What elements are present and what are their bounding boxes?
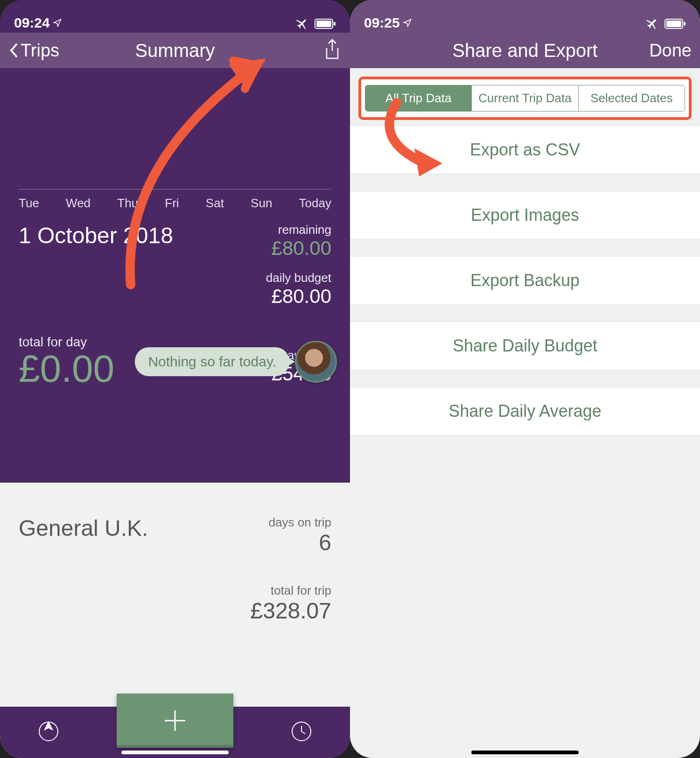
daily-budget-label: daily budget (266, 271, 331, 285)
days-on-trip-value: 6 (269, 530, 331, 555)
day-label: Wed (66, 196, 91, 211)
spending-chart[interactable] (19, 73, 331, 190)
home-indicator[interactable] (471, 751, 579, 754)
remaining-value: £80.00 (272, 237, 331, 260)
trip-name: General U.K. (19, 515, 148, 541)
assistant-tip: Nothing so far today. (0, 341, 350, 383)
share-export-screen: 09:25 Share and Export Done All Trip Dat… (350, 0, 700, 758)
airplane-icon (646, 17, 660, 31)
summary-screen: 09:24 Trips Summary Tue Wed Thu Fri (0, 0, 350, 758)
daily-budget-value: £80.00 (266, 285, 331, 308)
airplane-icon (296, 17, 310, 31)
svg-rect-8 (684, 22, 686, 26)
back-button[interactable]: Trips (8, 41, 59, 61)
right-tab-button[interactable] (273, 721, 330, 744)
share-daily-budget-button[interactable]: Share Daily Budget (350, 322, 700, 370)
current-date: 1 October 2018 (19, 223, 173, 248)
done-button[interactable]: Done (649, 41, 692, 61)
plus-icon (161, 707, 189, 735)
segment-all-trip-data[interactable]: All Trip Data (365, 85, 472, 112)
status-bar: 09:24 (0, 0, 350, 33)
export-images-button[interactable]: Export Images (350, 191, 700, 239)
chevron-left-icon (8, 42, 20, 59)
battery-icon (665, 19, 686, 29)
svg-rect-1 (316, 21, 331, 27)
battery-icon (315, 19, 336, 29)
share-daily-average-button[interactable]: Share Daily Average (350, 387, 700, 435)
left-tab-button[interactable] (20, 721, 77, 744)
day-label: Today (299, 196, 331, 211)
remaining-label: remaining (272, 223, 331, 237)
back-label: Trips (21, 41, 59, 61)
svg-rect-2 (334, 22, 336, 26)
clock-icon (291, 721, 312, 742)
compass-icon (38, 721, 59, 742)
export-list: Export as CSV Export Images Export Backu… (350, 126, 700, 435)
status-icons (296, 17, 336, 31)
speech-bubble: Nothing so far today. (135, 347, 289, 376)
nav-bar: Share and Export Done (350, 33, 700, 68)
total-trip-value: £328.07 (19, 598, 331, 624)
day-label: Sat (206, 196, 224, 211)
nav-bar: Trips Summary (0, 33, 350, 68)
day-label: Tue (19, 196, 39, 211)
share-button[interactable] (323, 39, 342, 62)
data-scope-segments: All Trip Data Current Trip Data Selected… (365, 85, 685, 112)
status-time: 09:24 (14, 15, 62, 31)
day-label: Thu (117, 196, 138, 211)
days-on-trip-label: days on trip (269, 515, 331, 530)
svg-rect-7 (666, 21, 681, 27)
day-label: Fri (165, 196, 179, 211)
segment-highlight: All Trip Data Current Trip Data Selected… (358, 77, 692, 120)
status-icons (646, 17, 686, 31)
export-csv-button[interactable]: Export as CSV (350, 126, 700, 174)
page-title: Summary (135, 40, 215, 61)
add-expense-button[interactable] (117, 694, 233, 748)
total-trip-label: total for trip (19, 583, 331, 598)
segment-current-trip-data[interactable]: Current Trip Data (472, 85, 578, 112)
day-labels: Tue Wed Thu Fri Sat Sun Today (19, 190, 331, 211)
share-icon (323, 39, 342, 60)
location-icon (403, 18, 412, 28)
home-indicator[interactable] (121, 751, 229, 754)
status-time: 09:25 (364, 15, 412, 31)
day-label: Sun (251, 196, 272, 211)
segment-selected-dates[interactable]: Selected Dates (579, 85, 685, 112)
status-bar: 09:25 (350, 0, 700, 33)
page-title: Share and Export (452, 40, 597, 61)
avatar[interactable] (295, 341, 337, 383)
export-backup-button[interactable]: Export Backup (350, 256, 700, 305)
location-icon (53, 18, 62, 28)
clock-text: 09:24 (14, 15, 50, 31)
clock-text: 09:25 (364, 15, 400, 31)
